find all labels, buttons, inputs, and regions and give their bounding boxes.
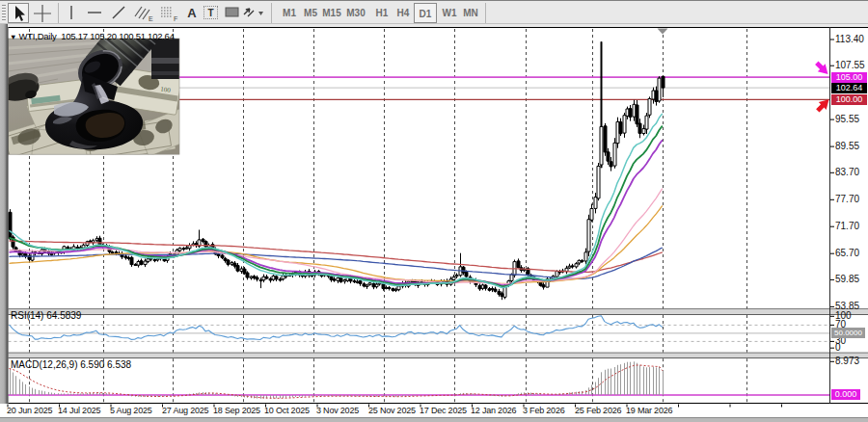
svg-text:100: 100 (160, 86, 172, 95)
svg-text:F: F (174, 15, 177, 22)
svg-text:E: E (149, 15, 153, 22)
